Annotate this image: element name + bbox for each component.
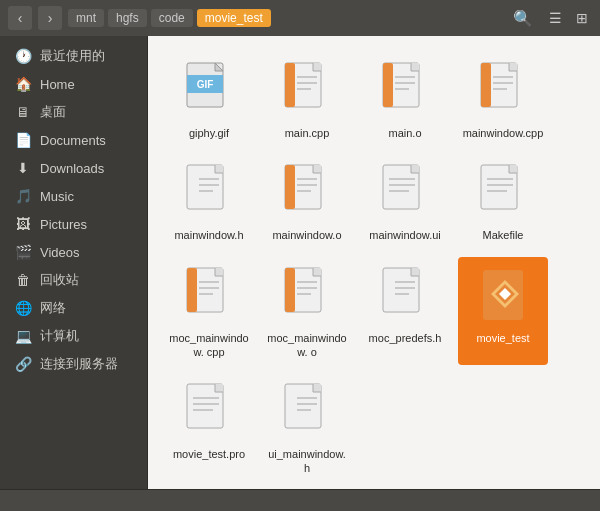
- file-label: mainwindow.ui: [369, 228, 441, 242]
- file-icon-wrapper: [179, 379, 239, 443]
- file-label: giphy.gif: [189, 126, 229, 140]
- grid-view-button[interactable]: ⊞: [572, 8, 592, 28]
- sidebar-item-documents[interactable]: 📄 Documents: [0, 126, 147, 154]
- sidebar-item-downloads[interactable]: ⬇ Downloads: [0, 154, 147, 182]
- file-item[interactable]: moc_mainwindow. cpp: [164, 257, 254, 366]
- sidebar-item-trash[interactable]: 🗑 回收站: [0, 266, 147, 294]
- statusbar: [0, 489, 600, 511]
- sidebar-item-desktop[interactable]: 🖥 桌面: [0, 98, 147, 126]
- file-icon-gif: GIF: [185, 61, 233, 119]
- breadcrumb: mnthgfscodemovie_test: [68, 9, 501, 27]
- file-icon-obj: [381, 61, 429, 119]
- file-label: moc_mainwindow. cpp: [168, 331, 250, 360]
- list-view-button[interactable]: ☰: [545, 8, 566, 28]
- svg-marker-70: [313, 384, 321, 392]
- trash-icon: 🗑: [14, 271, 32, 289]
- file-icon-wrapper: [179, 160, 239, 224]
- sidebar-item-videos[interactable]: 🎬 Videos: [0, 238, 147, 266]
- file-grid: GIF giphy.gif main.cpp main.o mainwin: [148, 36, 600, 489]
- file-item[interactable]: mainwindow.cpp: [458, 52, 548, 146]
- file-icon-wrapper: [375, 160, 435, 224]
- file-item[interactable]: moc_mainwindow. o: [262, 257, 352, 366]
- file-item[interactable]: mainwindow.h: [164, 154, 254, 248]
- sidebar-label-pictures: Pictures: [40, 217, 87, 232]
- sidebar-item-connect[interactable]: 🔗 连接到服务器: [0, 350, 147, 378]
- file-icon-wrapper: [277, 263, 337, 327]
- sidebar-item-recent[interactable]: 🕐 最近使用的: [0, 42, 147, 70]
- svg-marker-50: [313, 268, 321, 276]
- file-label: movie_test.pro: [173, 447, 245, 461]
- file-label: main.cpp: [285, 126, 330, 140]
- file-icon-cpp: [479, 61, 527, 119]
- file-icon-wrapper: [277, 160, 337, 224]
- file-icon-obj: [283, 163, 331, 221]
- titlebar: ‹ › mnthgfscodemovie_test 🔍 ☰ ⊞: [0, 0, 600, 36]
- computer-icon: 💻: [14, 327, 32, 345]
- sidebar-label-documents: Documents: [40, 133, 106, 148]
- search-button[interactable]: 🔍: [507, 7, 539, 30]
- sidebar-item-computer[interactable]: 💻 计算机: [0, 322, 147, 350]
- breadcrumb-item-mnt[interactable]: mnt: [68, 9, 104, 27]
- svg-marker-65: [215, 384, 223, 392]
- file-icon-cpp: [185, 266, 233, 324]
- file-icon-wrapper: [375, 263, 435, 327]
- file-item[interactable]: mainwindow.o: [262, 154, 352, 248]
- file-item[interactable]: ui_mainwindow.h: [262, 373, 352, 482]
- sidebar-item-home[interactable]: 🏠 Home: [0, 70, 147, 98]
- file-item[interactable]: main.cpp: [262, 52, 352, 146]
- sidebar-item-music[interactable]: 🎵 Music: [0, 182, 147, 210]
- main-area: 🕐 最近使用的🏠 Home🖥 桌面📄 Documents⬇ Downloads🎵…: [0, 36, 600, 489]
- svg-marker-34: [411, 165, 419, 173]
- svg-marker-28: [313, 165, 321, 173]
- file-item[interactable]: moc_predefs.h: [360, 257, 450, 366]
- file-icon-obj: [283, 266, 331, 324]
- breadcrumb-item-movie_test[interactable]: movie_test: [197, 9, 271, 27]
- file-item[interactable]: GIF giphy.gif: [164, 52, 254, 146]
- breadcrumb-item-code[interactable]: code: [151, 9, 193, 27]
- connect-icon: 🔗: [14, 355, 32, 373]
- forward-button[interactable]: ›: [38, 6, 62, 30]
- file-icon-wrapper: [179, 263, 239, 327]
- sidebar: 🕐 最近使用的🏠 Home🖥 桌面📄 Documents⬇ Downloads🎵…: [0, 36, 148, 489]
- sidebar-label-downloads: Downloads: [40, 161, 104, 176]
- downloads-icon: ⬇: [14, 159, 32, 177]
- svg-text:GIF: GIF: [197, 79, 214, 90]
- file-item[interactable]: Makefile: [458, 154, 548, 248]
- file-item[interactable]: main.o: [360, 52, 450, 146]
- file-icon-wrapper: [277, 58, 337, 122]
- file-icon-h: [381, 266, 429, 324]
- svg-rect-29: [285, 165, 295, 209]
- back-button[interactable]: ‹: [8, 6, 32, 30]
- file-icon-exec: [479, 266, 527, 324]
- file-icon-wrapper: [473, 160, 533, 224]
- sidebar-label-desktop: 桌面: [40, 103, 66, 121]
- file-label: mainwindow.o: [272, 228, 341, 242]
- sidebar-label-computer: 计算机: [40, 327, 79, 345]
- file-label: moc_predefs.h: [369, 331, 442, 345]
- svg-marker-17: [509, 63, 517, 71]
- file-item[interactable]: movie_test: [458, 257, 548, 366]
- svg-marker-56: [411, 268, 419, 276]
- sidebar-label-music: Music: [40, 189, 74, 204]
- svg-marker-11: [411, 63, 419, 71]
- file-icon-ui: [381, 163, 429, 221]
- file-label: mainwindow.cpp: [463, 126, 544, 140]
- file-icon-wrapper: [473, 58, 533, 122]
- svg-rect-51: [285, 268, 295, 312]
- breadcrumb-item-hgfs[interactable]: hgfs: [108, 9, 147, 27]
- pictures-icon: 🖼: [14, 215, 32, 233]
- svg-marker-44: [215, 268, 223, 276]
- file-icon-wrapper: [473, 263, 533, 327]
- sidebar-item-network[interactable]: 🌐 网络: [0, 294, 147, 322]
- file-manager-window: ‹ › mnthgfscodemovie_test 🔍 ☰ ⊞ 🕐 最近使用的🏠…: [0, 0, 600, 511]
- file-item[interactable]: movie_test.pro: [164, 373, 254, 482]
- file-icon-cpp: [283, 61, 331, 119]
- file-label: moc_mainwindow. o: [266, 331, 348, 360]
- file-icon-wrapper: GIF: [179, 58, 239, 122]
- svg-marker-39: [509, 165, 517, 173]
- desktop-icon: 🖥: [14, 103, 32, 121]
- file-item[interactable]: mainwindow.ui: [360, 154, 450, 248]
- sidebar-item-pictures[interactable]: 🖼 Pictures: [0, 210, 147, 238]
- file-icon-pro: [185, 382, 233, 440]
- file-icon-wrapper: [375, 58, 435, 122]
